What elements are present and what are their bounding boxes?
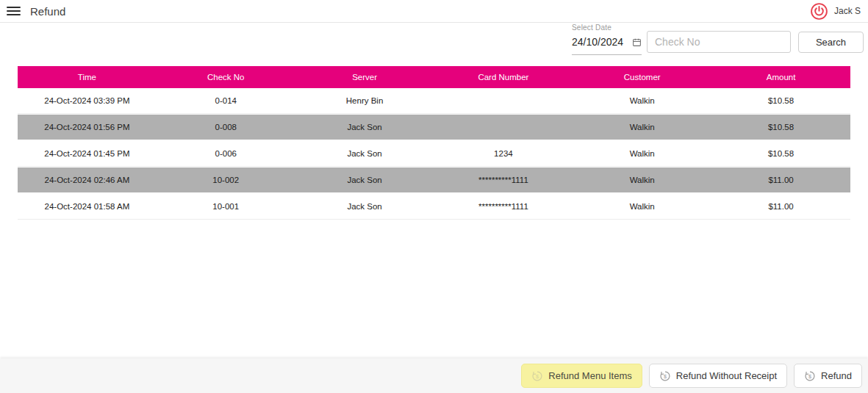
cell-time: 24-Oct-2024 01:56 PM — [18, 123, 157, 131]
refund-without-receipt-button[interactable]: $ Refund Without Receipt — [649, 364, 787, 388]
column-header-server: Server — [295, 73, 434, 82]
column-header-time: Time — [18, 73, 157, 82]
cell-server: Henry Bin — [295, 96, 434, 105]
cell-time: 24-Oct-2024 01:58 AM — [18, 202, 157, 211]
column-header-customer: Customer — [573, 73, 711, 82]
svg-text:$: $ — [808, 372, 811, 379]
cell-check-no: 0-006 — [157, 149, 295, 158]
date-picker[interactable]: Select Date 24/10/2024 — [572, 24, 642, 55]
search-button[interactable]: Search — [798, 32, 864, 53]
cell-time: 24-Oct-2024 01:45 PM — [18, 149, 157, 158]
cell-customer: Walkin — [573, 202, 711, 211]
svg-text:$: $ — [664, 372, 667, 379]
column-header-card-number: Card Number — [434, 73, 573, 82]
cell-check-no: 0-014 — [157, 96, 295, 105]
refund-menu-items-button[interactable]: $ Refund Menu Items — [521, 364, 642, 388]
top-bar: Refund Jack S — [0, 0, 868, 23]
cell-server: Jack Son — [295, 149, 434, 158]
top-bar-right: Jack S — [810, 2, 861, 21]
cell-check-no: 10-001 — [157, 202, 295, 211]
cell-time: 24-Oct-2024 03:39 PM — [18, 96, 157, 105]
cell-customer: Walkin — [573, 149, 711, 158]
cell-check-no: 10-002 — [157, 176, 295, 184]
cell-amount: $11.00 — [711, 176, 850, 184]
cell-amount: $11.00 — [711, 202, 850, 211]
svg-text:$: $ — [536, 372, 539, 379]
date-picker-label: Select Date — [572, 24, 642, 32]
cell-amount: $10.58 — [711, 123, 850, 131]
cell-card-number: **********1111 — [434, 176, 573, 184]
cell-customer: Walkin — [573, 96, 711, 105]
cell-check-no: 0-008 — [157, 123, 295, 131]
cell-card-number: **********1111 — [434, 202, 573, 211]
refund-checks-table: Time Check No Server Card Number Custome… — [18, 66, 850, 220]
table-row[interactable]: 24-Oct-2024 03:39 PM 0-014 Henry Bin Wal… — [18, 88, 850, 113]
table-header-row: Time Check No Server Card Number Custome… — [18, 66, 850, 88]
cell-amount: $10.58 — [711, 96, 850, 105]
filter-bar: Select Date 24/10/2024 Search — [0, 23, 868, 65]
hamburger-menu-icon[interactable] — [7, 3, 21, 19]
check-no-input[interactable] — [647, 31, 791, 53]
cell-amount: $10.58 — [711, 149, 850, 158]
refund-circular-icon: $ — [659, 370, 671, 382]
refund-without-receipt-label: Refund Without Receipt — [676, 370, 777, 381]
page-title: Refund — [30, 5, 65, 18]
cell-customer: Walkin — [573, 123, 711, 131]
refund-button[interactable]: $ Refund — [794, 364, 862, 388]
cell-server: Jack Son — [295, 176, 434, 184]
table-row[interactable]: 24-Oct-2024 02:46 AM 10-002 Jack Son ***… — [18, 167, 850, 192]
cell-server: Jack Son — [295, 123, 434, 131]
column-header-check-no: Check No — [157, 73, 295, 82]
refund-label: Refund — [821, 370, 852, 381]
refund-circular-icon: $ — [531, 370, 543, 382]
cell-time: 24-Oct-2024 02:46 AM — [18, 176, 157, 184]
cell-card-number: 1234 — [434, 149, 573, 158]
refund-circular-icon: $ — [804, 370, 816, 382]
power-icon[interactable] — [810, 2, 828, 21]
table-row[interactable]: 24-Oct-2024 01:56 PM 0-008 Jack Son Walk… — [18, 115, 850, 140]
table-row[interactable]: 24-Oct-2024 01:45 PM 0-006 Jack Son 1234… — [18, 141, 850, 166]
cell-customer: Walkin — [573, 176, 711, 184]
cell-server: Jack Son — [295, 202, 434, 211]
column-header-amount: Amount — [711, 73, 850, 82]
table-row[interactable]: 24-Oct-2024 01:58 AM 10-001 Jack Son ***… — [18, 194, 850, 219]
footer-action-bar: $ Refund Menu Items $ Refund Without Rec… — [0, 358, 868, 393]
calendar-icon[interactable] — [632, 37, 642, 47]
logged-in-user: Jack S — [834, 6, 861, 16]
date-picker-value[interactable]: 24/10/2024 — [572, 36, 623, 48]
refund-menu-items-label: Refund Menu Items — [548, 370, 631, 381]
